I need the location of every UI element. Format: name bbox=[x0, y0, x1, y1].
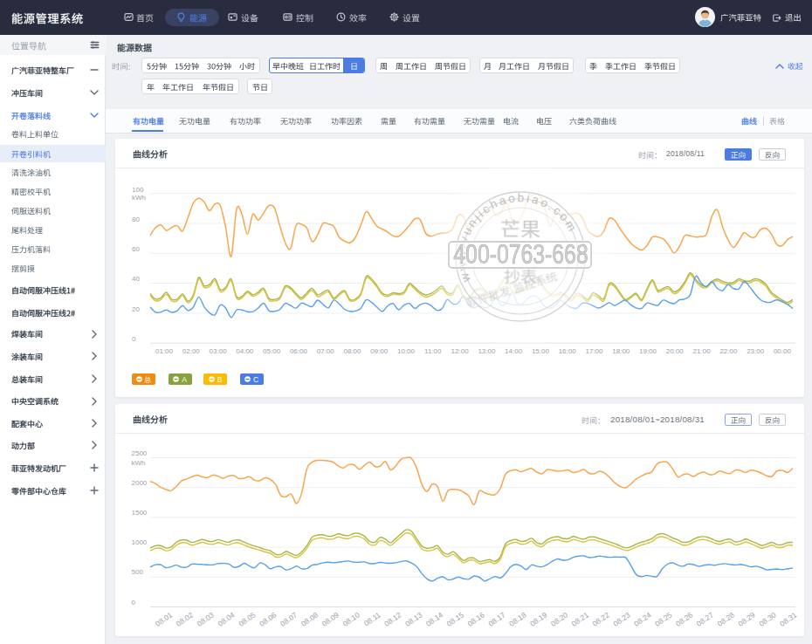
svg-text:05:00: 05:00 bbox=[263, 347, 281, 355]
svg-text:08.19: 08.19 bbox=[528, 610, 548, 628]
svg-text:08.30: 08.30 bbox=[757, 610, 777, 628]
svg-text:21:00: 21:00 bbox=[693, 347, 712, 355]
svg-text:08.03: 08.03 bbox=[196, 610, 216, 628]
svg-text:400-0763-668: 400-0763-668 bbox=[453, 239, 588, 269]
svg-text:08.02: 08.02 bbox=[175, 610, 195, 628]
svg-text:08.04: 08.04 bbox=[216, 610, 236, 628]
svg-text:08.07: 08.07 bbox=[279, 610, 299, 628]
svg-text:08.05: 08.05 bbox=[237, 610, 257, 628]
svg-text:08.01: 08.01 bbox=[154, 610, 174, 628]
svg-text:08.06: 08.06 bbox=[258, 610, 278, 628]
svg-text:10:00: 10:00 bbox=[397, 347, 416, 355]
svg-text:08.11: 08.11 bbox=[362, 610, 382, 627]
svg-text:04:00: 04:00 bbox=[236, 347, 254, 355]
svg-text:08.31: 08.31 bbox=[778, 610, 798, 628]
svg-text:09:00: 09:00 bbox=[370, 347, 389, 355]
svg-text:1500: 1500 bbox=[132, 509, 148, 517]
svg-text:08.24: 08.24 bbox=[632, 610, 652, 628]
svg-text:60: 60 bbox=[132, 245, 140, 253]
svg-text:08.14: 08.14 bbox=[424, 610, 444, 628]
svg-text:08.20: 08.20 bbox=[549, 610, 569, 628]
svg-text:11:00: 11:00 bbox=[424, 347, 442, 355]
svg-text:100: 100 bbox=[132, 186, 144, 194]
svg-text:08.21: 08.21 bbox=[570, 610, 590, 628]
svg-text:2000: 2000 bbox=[132, 479, 148, 487]
svg-text:1000: 1000 bbox=[132, 538, 148, 546]
svg-text:08.22: 08.22 bbox=[591, 610, 611, 628]
svg-text:08.26: 08.26 bbox=[674, 610, 694, 628]
svg-text:08.10: 08.10 bbox=[341, 610, 361, 628]
svg-text:08.09: 08.09 bbox=[320, 610, 341, 628]
svg-text:02:00: 02:00 bbox=[182, 347, 201, 355]
svg-text:19:00: 19:00 bbox=[639, 347, 657, 355]
svg-text:kWh: kWh bbox=[132, 459, 146, 467]
svg-text:08.25: 08.25 bbox=[653, 610, 673, 628]
svg-text:08.12: 08.12 bbox=[382, 610, 403, 628]
svg-text:40: 40 bbox=[132, 275, 140, 283]
svg-text:01:00: 01:00 bbox=[155, 347, 174, 355]
svg-text:03:00: 03:00 bbox=[210, 347, 228, 355]
svg-text:0: 0 bbox=[132, 599, 136, 606]
svg-text:12:00: 12:00 bbox=[451, 347, 470, 355]
svg-text:08.23: 08.23 bbox=[611, 610, 631, 628]
svg-text:23:00: 23:00 bbox=[747, 347, 765, 355]
svg-text:08.18: 08.18 bbox=[507, 610, 527, 628]
svg-text:08.17: 08.17 bbox=[486, 610, 506, 628]
svg-text:0: 0 bbox=[132, 335, 136, 343]
svg-text:08:00: 08:00 bbox=[343, 347, 361, 355]
svg-text:500: 500 bbox=[132, 568, 144, 576]
svg-text:kWh: kWh bbox=[132, 194, 146, 202]
svg-text:17:00: 17:00 bbox=[585, 347, 603, 355]
svg-text:20: 20 bbox=[132, 305, 140, 313]
svg-text:22:00: 22:00 bbox=[719, 347, 738, 355]
svg-text:08.13: 08.13 bbox=[403, 610, 423, 628]
svg-text:80: 80 bbox=[132, 216, 140, 223]
svg-text:2500: 2500 bbox=[132, 449, 148, 457]
svg-text:06:00: 06:00 bbox=[290, 347, 308, 355]
svg-text:08.28: 08.28 bbox=[716, 610, 736, 628]
svg-text:16:00: 16:00 bbox=[559, 347, 577, 355]
svg-text:08.29: 08.29 bbox=[736, 610, 756, 628]
svg-text:08.27: 08.27 bbox=[695, 610, 715, 628]
svg-text:18:00: 18:00 bbox=[612, 347, 630, 355]
svg-text:20:00: 20:00 bbox=[666, 347, 685, 355]
svg-text:07:00: 07:00 bbox=[317, 347, 335, 355]
svg-text:00:00: 00:00 bbox=[774, 347, 792, 355]
svg-text:08.16: 08.16 bbox=[466, 610, 486, 628]
svg-text:08.08: 08.08 bbox=[299, 610, 320, 628]
svg-text:08.15: 08.15 bbox=[445, 610, 465, 628]
